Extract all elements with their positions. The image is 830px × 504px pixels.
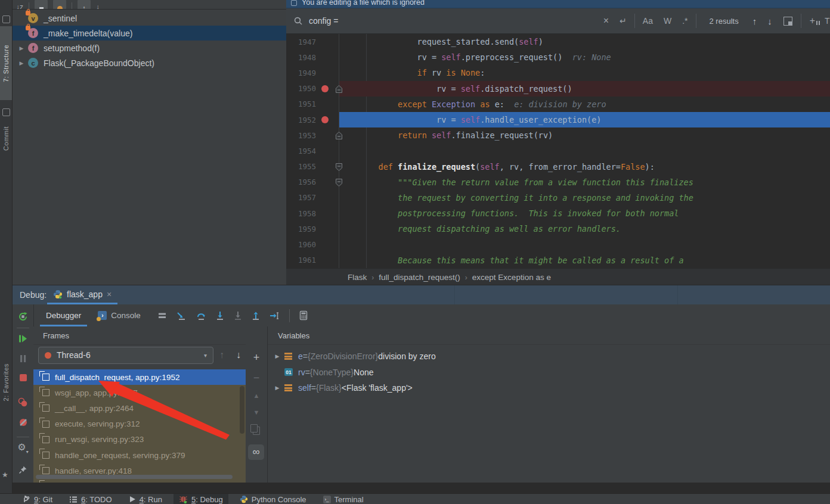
expand-arrow-icon[interactable]: ▶ [270,353,284,359]
structure-item[interactable]: v_sentinel [13,11,286,26]
next-occurrence-icon[interactable]: ↓ [767,16,772,26]
frame-down-icon[interactable]: ↓ [236,350,241,360]
fold-down-icon[interactable] [335,163,343,172]
step-over-icon[interactable] [196,311,206,321]
gutter[interactable]: 1950 [286,81,339,97]
code-line[interactable]: 1957 the request by converting it into a… [286,190,830,206]
expand-arrow-icon[interactable]: ▶ [270,385,284,391]
tool-window-icon[interactable] [2,108,10,116]
close-tab-icon[interactable]: × [107,290,112,299]
gutter[interactable]: 1948 [286,49,339,65]
show-execution-point-icon[interactable] [176,311,187,321]
previous-occurrence-icon[interactable]: ↑ [752,16,757,26]
stack-frame-row[interactable]: handle, serving.py:345 [33,478,246,483]
status-bar-item-terminal[interactable]: ›_Terminal [318,494,369,504]
step-into-my-code-icon[interactable] [234,311,242,321]
fold-up-icon[interactable] [335,131,343,140]
match-case-toggle[interactable]: Aa [643,16,653,26]
pause-button[interactable] [13,354,33,363]
rerun-button[interactable] [13,312,33,322]
stack-frame-row[interactable]: execute, serving.py:312 [33,416,246,432]
expand-all-button[interactable]: ↑ [78,0,91,10]
fold-up-icon[interactable] [335,85,343,94]
code-line[interactable]: 1952 rv = self.handle_user_exception(e) [286,112,830,127]
code-line[interactable]: 1953 return self.finalize_request(rv) [286,127,830,143]
pin-button[interactable] [13,465,33,474]
status-bar-item--git[interactable]: 9: Git [17,494,58,504]
filter-search-icon[interactable]: T [825,16,830,26]
breadcrumb-item[interactable]: full_dispatch_request() [379,273,460,282]
stack-frame-row[interactable]: wsgi_app, app.py:2447 [33,385,246,400]
frames-vertical-scrollbar[interactable] [240,386,244,434]
tab-debugger[interactable]: Debugger [38,304,89,326]
search-in-selection-icon[interactable] [783,17,792,26]
search-input[interactable]: config = [309,16,338,26]
variable-row[interactable]: ▶e = {ZeroDivisionError} division by zer… [268,349,830,364]
mute-breakpoints-button[interactable] [13,418,33,427]
step-into-icon[interactable] [216,311,224,321]
expand-arrow-icon[interactable]: ▶ [15,45,28,51]
structure-item[interactable]: f_make_timedelta(value) [13,26,286,41]
regex-toggle[interactable]: .* [682,16,687,26]
show-fields-toggle[interactable] [35,0,48,10]
gutter[interactable]: 1951 [286,97,339,112]
gutter[interactable]: 1956 [286,175,339,190]
step-out-icon[interactable] [252,311,260,321]
stack-frame-row[interactable]: run_wsgi, serving.py:323 [33,432,246,447]
fold-down-icon[interactable] [335,178,343,187]
gutter[interactable]: 1952 [286,112,339,127]
status-bar-item-python-console[interactable]: Python Console [234,494,312,504]
move-watch-down-button[interactable]: ▼ [246,409,267,416]
newline-icon[interactable]: ↵ [620,16,627,26]
gutter[interactable]: 1947 [286,34,339,49]
stripe-button-commit[interactable]: Commit [0,120,12,156]
stack-frame-row[interactable]: __call__, app.py:2464 [33,400,246,416]
collapse-all-button[interactable]: ↓ [96,3,100,10]
variable-row[interactable]: 01rv = {NoneType} None [268,364,830,379]
clear-search-icon[interactable]: × [603,15,609,26]
frames-horizontal-scrollbar[interactable] [36,475,233,479]
code-line[interactable]: 1956 """Given the return value from a vi… [286,175,830,190]
structure-item[interactable]: ▶fsetupmethod(f) [13,41,286,55]
status-bar-item--run[interactable]: 4: Run [123,494,168,504]
add-watch-button[interactable]: + [246,351,267,364]
code-line[interactable]: 1959 request dispatching as well as erro… [286,221,830,237]
resume-button[interactable] [13,334,33,343]
code-line[interactable]: 1948 rv = self.preprocess_request() rv: … [286,49,830,65]
code-line[interactable]: 1949 if rv is None: [286,65,830,80]
code-area[interactable]: 1947 request_started.send(self)1948 rv =… [286,34,830,268]
code-line[interactable]: 1961 Because this means that it might be… [286,253,830,268]
layout-settings-icon[interactable] [157,311,167,321]
stack-frame-row[interactable]: full_dispatch_request, app.py:1952 [33,369,246,385]
frame-up-icon[interactable]: ↑ [219,350,224,360]
code-line[interactable]: 1958 postprocessing functions. This is i… [286,206,830,221]
move-watch-up-button[interactable]: ▲ [246,392,267,399]
status-bar-item--todo[interactable]: 6: TODO [64,494,117,504]
expand-arrow-icon[interactable]: ▶ [15,60,28,66]
code-line[interactable]: 1947 request_started.send(self) [286,34,830,49]
gutter[interactable]: 1958 [286,206,339,221]
code-line[interactable]: 1955 def finalize_request(self, rv, from… [286,159,830,175]
gutter[interactable]: 1960 [286,237,339,252]
gutter[interactable]: 1949 [286,65,339,80]
gutter[interactable]: 1954 [286,143,339,158]
code-line[interactable]: 1951 except Exception as e: e: division … [286,97,830,112]
gutter[interactable]: 1957 [286,190,339,206]
stripe-button-structure[interactable]: 7: Structure [0,26,12,100]
remove-watch-button[interactable]: − [246,372,267,384]
sort-alpha-icon[interactable]: ↓z [16,3,23,10]
stack-frame-row[interactable]: handle_one_request, serving.py:379 [33,447,246,463]
breadcrumb-item[interactable]: Flask [348,273,367,282]
evaluate-expression-icon[interactable] [299,310,308,321]
gutter[interactable]: 1955 [286,159,339,175]
code-line[interactable]: 1950 rv = self.dispatch_request() [286,81,830,97]
show-watches-toggle[interactable]: ∞ [248,444,264,460]
code-line[interactable]: 1960 [286,237,830,252]
status-bar-item--debug[interactable]: 5: Debug [174,494,228,504]
stop-button[interactable] [13,374,33,382]
variable-row[interactable]: ▶self = {Flask} <Flask 'flask_app'> [268,380,830,396]
tab-console[interactable]: › Console [89,304,149,326]
view-breakpoints-button[interactable] [13,397,33,407]
search-icon[interactable] [293,16,303,26]
duplicate-watch-icon[interactable] [246,427,267,435]
